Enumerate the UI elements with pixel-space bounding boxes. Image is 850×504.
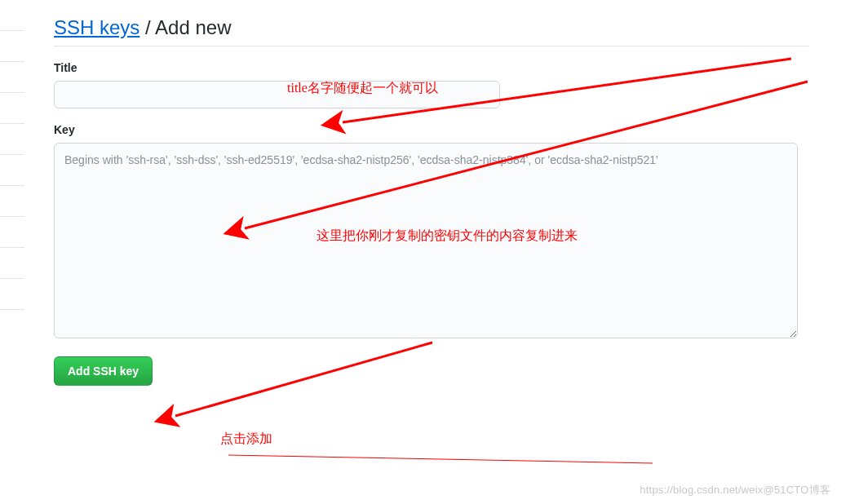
annotation-title-hint: title名字随便起一个就可以 [287, 80, 438, 97]
svg-line-3 [228, 455, 653, 463]
page-subtitle: Add new [155, 16, 231, 38]
page-root: SSH keys / Add new Title Key Add SSH key… [0, 0, 850, 504]
key-label: Key [54, 123, 809, 136]
annotation-key-hint: 这里把你刚才复制的密钥文件的内容复制进来 [317, 228, 578, 245]
page-title: SSH keys / Add new [54, 16, 809, 46]
ssh-keys-link[interactable]: SSH keys [54, 16, 139, 38]
watermark: https://blog.csdn.net/weix@51CTO博客 [640, 483, 830, 497]
breadcrumb-separator: / [139, 16, 155, 38]
title-label: Title [54, 61, 809, 74]
main-content: SSH keys / Add new Title Key Add SSH key [54, 16, 809, 386]
annotation-button-hint: 点击添加 [220, 431, 272, 448]
sidebar-stub [0, 0, 24, 504]
add-ssh-key-button[interactable]: Add SSH key [54, 356, 153, 386]
